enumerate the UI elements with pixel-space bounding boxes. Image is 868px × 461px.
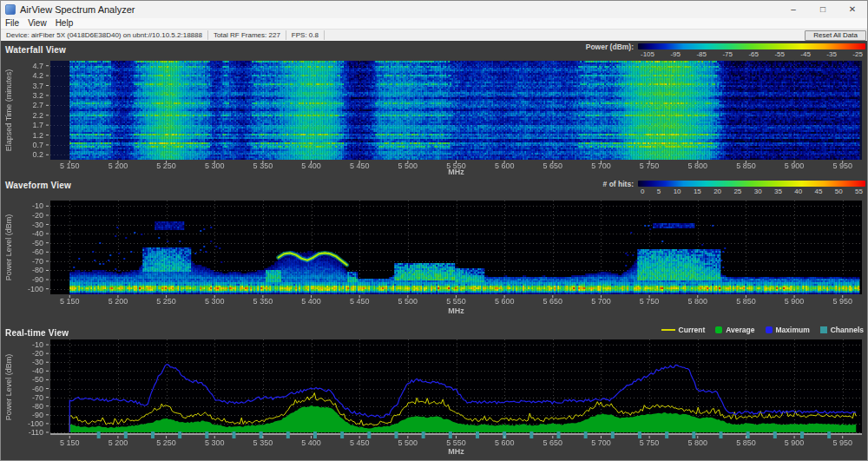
realtime-header: Real-time View CurrentAverageMaximumChan… — [1, 324, 868, 336]
waveform-section: Waveform View # of hits: 051015202530354… — [1, 176, 868, 317]
scale-tick: -95 — [670, 50, 681, 58]
hits-gradient-bar — [638, 181, 865, 187]
status-device: Device: airFiber 5X (0418D6E38D40) on ub… — [1, 30, 208, 40]
waterfall-section: Waterfall View Power (dBm): -105-95-85-7… — [1, 41, 868, 175]
scale-tick: 55 — [855, 188, 863, 195]
legend-item-maximum: Maximum — [766, 326, 810, 334]
hits-colorbar-legend: # of hits: 0510152025303540455055 — [603, 181, 865, 195]
scale-tick: 30 — [754, 188, 762, 195]
legend-item-channels: Channels — [820, 326, 864, 334]
scale-tick: -25 — [852, 50, 863, 58]
scale-tick: 5 — [657, 188, 661, 195]
hits-gradient-ticks: 0510152025303540455055 — [638, 188, 865, 195]
scale-tick: 10 — [674, 188, 681, 195]
maximize-button[interactable]: □ — [808, 1, 838, 18]
realtime-section: Real-time View CurrentAverageMaximumChan… — [1, 324, 868, 461]
scale-tick: -55 — [774, 50, 785, 58]
scale-tick: -85 — [696, 50, 707, 58]
realtime-title: Real-time View — [1, 326, 69, 338]
legend-item-label: Average — [726, 326, 754, 334]
scale-tick: 0 — [641, 188, 644, 195]
current-swatch-icon — [661, 329, 675, 331]
window-title: AirView Spectrum Analyzer — [20, 4, 135, 15]
waterfall-title: Waterfall View — [1, 43, 66, 55]
scale-tick: 35 — [774, 188, 782, 195]
menu-item-file[interactable]: File — [1, 18, 23, 29]
menu-bar: FileViewHelp — [1, 18, 867, 30]
power-colorbar-label: Power (dBm): — [586, 43, 634, 58]
channels-swatch-icon — [820, 326, 827, 333]
reset-all-data-button[interactable]: Reset All Data — [805, 30, 866, 41]
title-bar: AirView Spectrum Analyzer –□✕ — [1, 1, 867, 18]
content-area: Waterfall View Power (dBm): -105-95-85-7… — [1, 41, 867, 460]
app-window: AirView Spectrum Analyzer –□✕ FileViewHe… — [0, 0, 868, 461]
scale-tick: -75 — [722, 50, 733, 58]
power-gradient-bar — [638, 43, 865, 49]
scale-tick: -105 — [641, 50, 654, 58]
scale-tick: 45 — [814, 188, 822, 195]
window-controls: –□✕ — [779, 1, 867, 18]
realtime-legend: CurrentAverageMaximumChannels — [661, 326, 864, 334]
scale-tick: 20 — [713, 188, 721, 195]
waveform-header: Waveform View # of hits: 051015202530354… — [1, 176, 868, 199]
power-colorbar: -105-95-85-75-65-55-45-35-25 — [638, 43, 865, 58]
power-gradient-ticks: -105-95-85-75-65-55-45-35-25 — [638, 50, 865, 58]
maximum-swatch-icon — [766, 326, 773, 333]
legend-item-average: Average — [715, 326, 754, 334]
close-button[interactable]: ✕ — [838, 1, 867, 18]
waveform-title: Waveform View — [1, 178, 71, 190]
realtime-chart — [1, 336, 868, 461]
status-rf-frames: Total RF Frames: 227 — [208, 30, 286, 40]
scale-tick: 50 — [835, 188, 843, 195]
power-colorbar-legend: Power (dBm): -105-95-85-75-65-55-45-35-2… — [586, 43, 865, 58]
scale-tick: 25 — [733, 188, 741, 195]
legend-item-label: Channels — [831, 326, 864, 334]
minimize-button[interactable]: – — [779, 1, 808, 18]
average-swatch-icon — [715, 326, 722, 333]
scale-tick: -45 — [800, 50, 811, 58]
hits-colorbar: 0510152025303540455055 — [638, 181, 865, 195]
hits-colorbar-label: # of hits: — [603, 181, 634, 195]
menu-item-help[interactable]: Help — [51, 18, 78, 29]
app-icon — [5, 4, 16, 15]
waterfall-chart — [1, 58, 868, 175]
legend-item-current: Current — [661, 326, 706, 334]
scale-tick: 40 — [794, 188, 802, 195]
scale-tick: -35 — [826, 50, 837, 58]
scale-tick: -65 — [748, 50, 759, 58]
status-fps: FPS: 0.8 — [286, 30, 325, 40]
menu-item-view[interactable]: View — [23, 18, 51, 29]
waveform-chart — [1, 199, 868, 317]
legend-item-label: Maximum — [776, 326, 810, 334]
scale-tick: 15 — [694, 188, 701, 195]
legend-item-label: Current — [679, 326, 706, 334]
waterfall-header: Waterfall View Power (dBm): -105-95-85-7… — [1, 41, 868, 58]
status-bar: Device: airFiber 5X (0418D6E38D40) on ub… — [1, 30, 867, 41]
